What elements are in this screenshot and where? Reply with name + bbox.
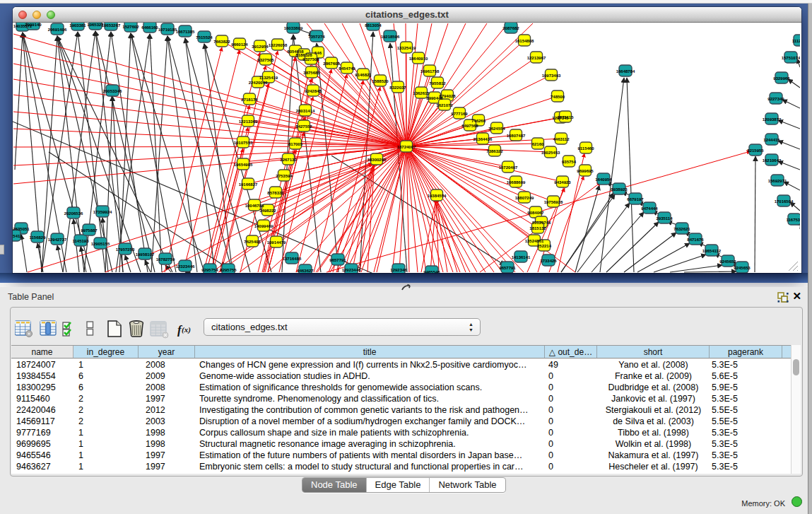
- svg-text:8427552: 8427552: [295, 124, 312, 129]
- svg-text:6497568: 6497568: [461, 124, 478, 128]
- svg-text:2087682: 2087682: [502, 26, 519, 30]
- svg-text:2867608: 2867608: [323, 62, 340, 66]
- svg-text:8454749: 8454749: [339, 66, 355, 71]
- svg-text:7625402: 7625402: [244, 240, 261, 244]
- svg-text:6466160: 6466160: [141, 25, 158, 30]
- svg-text:2009140: 2009140: [25, 23, 42, 27]
- svg-text:1112044: 1112044: [792, 39, 800, 43]
- svg-text:12093872: 12093872: [763, 117, 782, 122]
- svg-text:19384554: 19384554: [428, 194, 447, 198]
- svg-text:1244415: 1244415: [763, 138, 780, 142]
- svg-text:20691406: 20691406: [48, 28, 67, 32]
- svg-text:13524861: 13524861: [525, 239, 544, 243]
- svg-text:9146821: 9146821: [355, 73, 372, 77]
- svg-text:12213369: 12213369: [239, 119, 258, 124]
- svg-text:817005: 817005: [288, 142, 303, 146]
- svg-text:18807249: 18807249: [515, 196, 534, 200]
- svg-text:1292346: 1292346: [390, 268, 407, 272]
- svg-text:3624554: 3624554: [488, 127, 505, 131]
- svg-text:10107553: 10107553: [234, 141, 253, 145]
- svg-text:1167533: 1167533: [786, 218, 800, 222]
- svg-text:9327508: 9327508: [302, 57, 319, 62]
- svg-text:13716485: 13716485: [283, 257, 302, 261]
- svg-text:2753594: 2753594: [276, 174, 293, 178]
- svg-text:18300295: 18300295: [367, 158, 387, 162]
- svg-text:10653267: 10653267: [102, 23, 121, 28]
- svg-text:14099469: 14099469: [254, 224, 273, 228]
- svg-text:3267130: 3267130: [280, 158, 297, 162]
- svg-text:9463627: 9463627: [297, 269, 314, 273]
- svg-text:9657791: 9657791: [329, 258, 346, 262]
- svg-text:15720407: 15720407: [499, 165, 518, 170]
- svg-text:21364436: 21364436: [473, 137, 493, 141]
- svg-text:10688609: 10688609: [507, 180, 526, 185]
- svg-text:746266: 746266: [471, 119, 486, 123]
- svg-text:9465546: 9465546: [423, 270, 440, 274]
- svg-text:1527602: 1527602: [122, 25, 139, 29]
- svg-text:3915412: 3915412: [13, 234, 23, 238]
- svg-text:15751074: 15751074: [782, 56, 800, 60]
- svg-text:(x): (x): [182, 325, 191, 334]
- svg-text:1621072: 1621072: [436, 103, 453, 107]
- svg-text:16782759: 16782759: [156, 257, 175, 262]
- svg-text:12213967: 12213967: [527, 56, 546, 60]
- svg-text:13325419: 13325419: [397, 46, 416, 50]
- svg-text:4463112: 4463112: [553, 137, 570, 141]
- svg-text:20206536: 20206536: [64, 211, 83, 216]
- svg-text:16961758: 16961758: [420, 69, 440, 74]
- svg-text:9474444: 9474444: [641, 206, 658, 211]
- svg-text:16671385: 16671385: [176, 30, 195, 34]
- svg-text:11325419: 11325419: [259, 76, 278, 80]
- svg-text:1815132: 1815132: [529, 226, 546, 230]
- svg-text:13226058: 13226058: [269, 43, 288, 47]
- svg-text:20053346: 20053346: [103, 89, 122, 93]
- svg-text:62160: 62160: [532, 142, 544, 146]
- svg-text:3875685: 3875685: [303, 71, 320, 75]
- svg-text:8578331: 8578331: [267, 191, 284, 195]
- svg-text:19654985: 19654985: [234, 163, 253, 167]
- svg-text:546: 546: [314, 51, 322, 55]
- svg-text:1156829: 1156829: [29, 235, 46, 240]
- svg-text:3498222: 3498222: [259, 209, 276, 213]
- svg-text:8322037: 8322037: [389, 86, 406, 90]
- svg-text:9227349: 9227349: [767, 97, 784, 101]
- svg-text:12905155: 12905155: [91, 242, 110, 246]
- svg-text:252214: 252214: [537, 244, 552, 248]
- svg-text:7632621: 7632621: [673, 227, 690, 231]
- svg-text:1733426: 1733426: [540, 259, 557, 263]
- svg-text:1640954: 1640954: [595, 177, 612, 182]
- svg-text:12942737: 12942737: [48, 238, 67, 242]
- svg-text:15692971: 15692971: [768, 179, 787, 183]
- svg-text:9327505: 9327505: [257, 58, 274, 62]
- svg-text:2935114: 2935114: [656, 216, 673, 221]
- svg-text:9434923: 9434923: [554, 180, 571, 185]
- svg-text:17359924: 17359924: [93, 210, 112, 214]
- svg-text:17016504: 17016504: [775, 199, 794, 204]
- svg-text:3912954: 3912954: [252, 45, 269, 49]
- svg-text:8215955: 8215955: [747, 148, 764, 153]
- svg-text:19958107: 19958107: [136, 252, 155, 257]
- svg-text:9242848: 9242848: [305, 89, 322, 93]
- svg-text:6794028: 6794028: [439, 94, 456, 98]
- svg-text:9699695: 9699695: [577, 169, 594, 173]
- svg-text:2635051: 2635051: [13, 227, 30, 231]
- svg-text:9329966: 9329966: [773, 76, 790, 81]
- svg-text:22420046: 22420046: [249, 81, 268, 85]
- svg-text:8471676: 8471676: [687, 238, 704, 242]
- svg-text:8295755: 8295755: [220, 268, 237, 272]
- svg-text:14136141: 14136141: [512, 255, 531, 259]
- svg-text:10654112: 10654112: [702, 249, 722, 253]
- svg-text:18724007: 18724007: [397, 145, 416, 149]
- svg-text:10046788: 10046788: [245, 204, 264, 208]
- svg-text:8938923: 8938923: [611, 187, 628, 192]
- svg-text:1903381: 1903381: [69, 23, 86, 28]
- svg-text:9295754: 9295754: [201, 268, 218, 272]
- svg-text:6679197: 6679197: [627, 197, 644, 201]
- svg-text:9115460: 9115460: [577, 146, 594, 151]
- svg-text:10973493: 10973493: [542, 74, 561, 78]
- svg-text:8813054: 8813054: [365, 23, 382, 28]
- svg-text:12923446: 12923446: [342, 268, 361, 272]
- svg-text:10914479: 10914479: [267, 240, 286, 245]
- svg-text:7386322: 7386322: [486, 149, 503, 153]
- svg-text:16648784: 16648784: [616, 69, 635, 74]
